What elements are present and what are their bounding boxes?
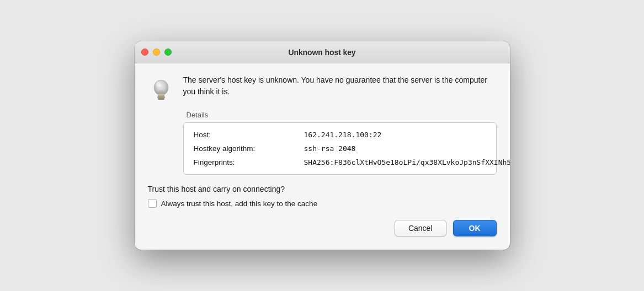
maximize-button[interactable] — [164, 48, 172, 56]
svg-rect-2 — [158, 98, 164, 100]
host-row: Host: 162.241.218.100:22 — [194, 131, 486, 139]
details-section: Details Host: 162.241.218.100:22 Hostkey… — [183, 111, 497, 175]
title-bar: Unknown host key — [135, 41, 510, 63]
always-trust-row[interactable]: Always trust this host, add this key to … — [148, 199, 497, 208]
algorithm-value: ssh-rsa 2048 — [304, 144, 356, 153]
host-label: Host: — [194, 131, 304, 139]
host-value: 162.241.218.100:22 — [304, 131, 382, 139]
traffic-lights — [141, 48, 172, 56]
fingerprint-row: Fingerprints: SHA256:F836clXtHvO5e18oLPi… — [194, 158, 486, 166]
minimize-button[interactable] — [153, 48, 160, 56]
always-trust-checkbox[interactable] — [148, 199, 157, 208]
trust-question: Trust this host and carry on connecting? — [148, 185, 497, 193]
details-box: Host: 162.241.218.100:22 Hostkey algorit… — [183, 122, 497, 175]
button-row: Cancel OK — [148, 220, 497, 236]
message-text: The server's host key is unknown. You ha… — [183, 74, 497, 98]
dialog-body: The server's host key is unknown. You ha… — [135, 63, 510, 250]
top-section: The server's host key is unknown. You ha… — [148, 74, 497, 102]
fingerprint-value: SHA256:F836clXtHvO5e18oLPi/qx38XLvkoJp3n… — [304, 158, 510, 166]
dialog-title: Unknown host key — [288, 48, 355, 57]
details-label: Details — [183, 111, 497, 119]
lightbulb-icon — [148, 76, 174, 102]
cancel-button[interactable]: Cancel — [395, 220, 446, 236]
svg-rect-6 — [158, 94, 164, 95]
close-button[interactable] — [141, 48, 148, 56]
dialog: Unknown host key — [135, 41, 510, 250]
algorithm-label: Hostkey algorithm: — [194, 144, 304, 153]
fingerprint-label: Fingerprints: — [194, 158, 304, 166]
algorithm-row: Hostkey algorithm: ssh-rsa 2048 — [194, 144, 486, 153]
always-trust-label: Always trust this host, add this key to … — [161, 200, 318, 208]
svg-rect-1 — [157, 96, 165, 98]
ok-button[interactable]: OK — [453, 220, 497, 236]
